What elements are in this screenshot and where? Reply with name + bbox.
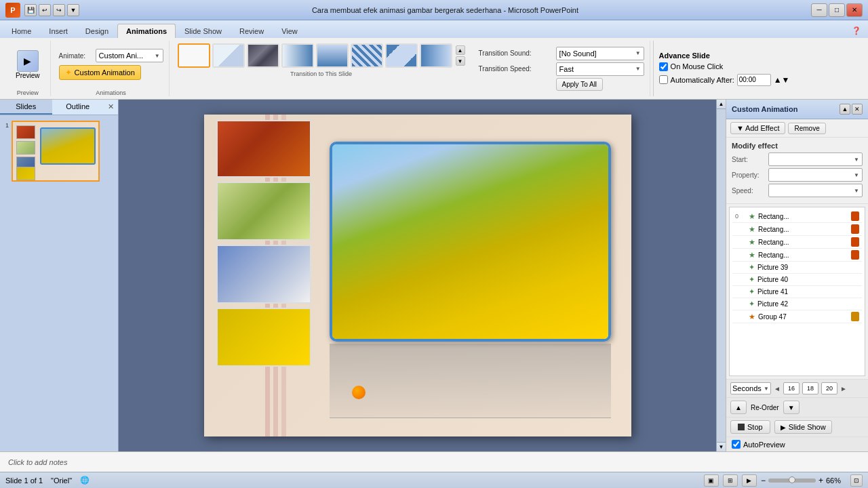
trans-thumb-5[interactable] <box>351 43 383 68</box>
orange-dot[interactable] <box>352 386 366 399</box>
ribbon-tabs: Home Insert Design Animations Slide Show… <box>0 20 868 38</box>
transition-speed-combo[interactable]: Fast ▼ <box>556 62 644 76</box>
auto-advance-time[interactable] <box>737 74 771 86</box>
panel-close-btn[interactable]: ✕ <box>852 104 863 115</box>
tab-outline[interactable]: Outline <box>52 100 104 115</box>
slideshow-view-btn[interactable]: ▶ <box>742 474 757 487</box>
anim-star-icon-8: ★ <box>749 312 755 321</box>
redo-btn[interactable]: ↪ <box>53 4 65 16</box>
mouse-click-checkbox[interactable] <box>659 62 668 71</box>
customize-btn[interactable]: ▼ <box>67 4 79 16</box>
trans-thumb-4[interactable] <box>316 43 349 68</box>
restore-btn[interactable]: □ <box>829 3 845 17</box>
trans-thumb-2[interactable] <box>247 43 279 68</box>
undo-btn[interactable]: ↩ <box>39 4 51 16</box>
trans-thumb-3[interactable] <box>281 43 314 68</box>
slide-canvas[interactable] <box>204 115 631 436</box>
transition-section-label: Transition to This Slide <box>178 70 465 77</box>
anim-item-1[interactable]: ★ Rectang... <box>732 223 862 236</box>
anim-item-6[interactable]: ✦ Picture 41 <box>732 286 862 298</box>
tab-animations[interactable]: Animations <box>117 24 176 38</box>
reorder-down-btn[interactable]: ▼ <box>783 401 800 414</box>
start-combo[interactable]: ▼ <box>768 152 863 166</box>
slideshow-button[interactable]: ▶ Slide Show <box>774 420 832 434</box>
autopreview-label: AutoPreview <box>743 441 785 449</box>
scroll-up-btn[interactable]: ▲ <box>717 100 726 109</box>
autopreview-checkbox[interactable] <box>732 440 741 449</box>
notes-placeholder: Click to add notes <box>8 458 67 466</box>
remove-button[interactable]: Remove <box>788 123 825 134</box>
thumb-flowers <box>216 182 311 241</box>
property-combo[interactable]: ▼ <box>768 168 863 182</box>
quick-save-btn[interactable]: 💾 <box>24 4 37 16</box>
timeline-next-btn[interactable]: ► <box>840 385 847 392</box>
main-slide-image[interactable] <box>330 142 611 342</box>
zoom-in-btn[interactable]: + <box>818 476 823 485</box>
anim-item-7[interactable]: ✦ Picture 42 <box>732 298 862 310</box>
slides-panel: Slides Outline ✕ 1 <box>0 100 119 451</box>
star-icon: ✦ <box>65 68 72 77</box>
tab-home[interactable]: Home <box>3 24 40 38</box>
anim-item-3[interactable]: ★ Rectang... <box>732 249 862 262</box>
trans-thumb-6[interactable] <box>385 43 418 68</box>
anim-item-4[interactable]: ✦ Picture 39 <box>732 262 862 274</box>
zoom-out-btn[interactable]: − <box>761 476 766 485</box>
timeline-prev-btn[interactable]: ◄ <box>774 385 781 392</box>
stop-button[interactable]: Stop <box>730 420 770 434</box>
notes-bar[interactable]: Click to add notes <box>0 451 868 472</box>
anim-item-2[interactable]: ★ Rectang... <box>732 236 862 249</box>
timeline-val3: 20 <box>821 382 837 394</box>
stop-icon <box>738 424 745 430</box>
canvas-area: ▲ ▼ <box>119 100 726 451</box>
canvas-scrollbar[interactable]: ▲ ▼ <box>716 100 726 451</box>
tab-review[interactable]: Review <box>231 24 273 38</box>
close-btn[interactable]: ✕ <box>846 3 863 17</box>
slide-item-1[interactable]: 1 <box>5 121 113 182</box>
panel-expand-btn[interactable]: ▲ <box>840 104 850 115</box>
normal-view-btn[interactable]: ▣ <box>704 474 719 487</box>
animation-list: 0 ★ Rectang... ★ Rectang... ★ Rectang...… <box>729 207 865 376</box>
anim-item-0[interactable]: 0 ★ Rectang... <box>732 210 862 223</box>
auto-advance-checkbox[interactable] <box>659 75 668 84</box>
animation-toolbar: ▼ Add Effect Remove <box>726 119 868 138</box>
tab-slideshow[interactable]: Slide Show <box>176 24 231 38</box>
zoom-slider[interactable] <box>768 479 816 483</box>
anim-item-8[interactable]: ★ Group 47 <box>732 310 862 323</box>
trans-thumb-0[interactable] <box>178 43 210 68</box>
transition-sound-combo[interactable]: [No Sound] ▼ <box>556 47 644 60</box>
tab-insert[interactable]: Insert <box>40 24 77 38</box>
apply-all-btn[interactable]: Apply To All <box>556 78 604 91</box>
anim-star-icon-7: ✦ <box>749 300 755 308</box>
animate-combo[interactable]: Custom Ani... ▼ <box>96 49 163 62</box>
anim-star-icon-4: ✦ <box>749 263 755 272</box>
image-reflection <box>330 344 611 418</box>
timeline-combo[interactable]: Seconds ▼ <box>730 382 771 394</box>
scroll-down-btn[interactable]: ▼ <box>717 442 726 451</box>
animations-group: Animate: Custom Ani... ▼ ✦ Custom Animat… <box>54 41 170 96</box>
trans-scroll-up[interactable]: ▲ ▼ <box>456 45 465 66</box>
tab-design[interactable]: Design <box>77 24 117 38</box>
anim-item-5[interactable]: ✦ Picture 40 <box>732 274 862 286</box>
minimize-btn[interactable]: ─ <box>811 3 827 17</box>
speed-combo[interactable]: ▼ <box>768 184 863 197</box>
trans-thumb-7[interactable] <box>420 43 452 68</box>
slides-panel-close[interactable]: ✕ <box>104 100 118 115</box>
zoom-level: 66% <box>826 476 846 485</box>
preview-button[interactable]: ▶ Preview <box>11 47 45 83</box>
add-effect-button[interactable]: ▼ Add Effect <box>730 122 785 134</box>
help-icon[interactable]: ❓ <box>848 24 865 38</box>
preview-group: ▶ Preview Preview <box>5 41 51 96</box>
fit-btn[interactable]: ⊡ <box>850 474 863 487</box>
lang-icon: 🌐 <box>80 476 90 485</box>
tab-view[interactable]: View <box>273 24 307 38</box>
anim-star-icon-1: ★ <box>749 225 755 234</box>
custom-animation-button[interactable]: ✦ Custom Animation <box>59 65 141 80</box>
slide-info: Slide 1 of 1 <box>5 476 43 485</box>
slide-sorter-btn[interactable]: ⊞ <box>723 474 738 487</box>
reorder-up-btn[interactable]: ▲ <box>730 401 747 414</box>
tab-slides[interactable]: Slides <box>0 100 52 115</box>
custom-animation-title: Custom Animation <box>732 105 797 113</box>
anim-color-bar-0 <box>851 211 859 221</box>
trans-thumb-1[interactable] <box>212 43 245 68</box>
status-bar: Slide 1 of 1 "Oriel" 🌐 ▣ ⊞ ▶ − + 66% ⊡ <box>0 472 868 488</box>
